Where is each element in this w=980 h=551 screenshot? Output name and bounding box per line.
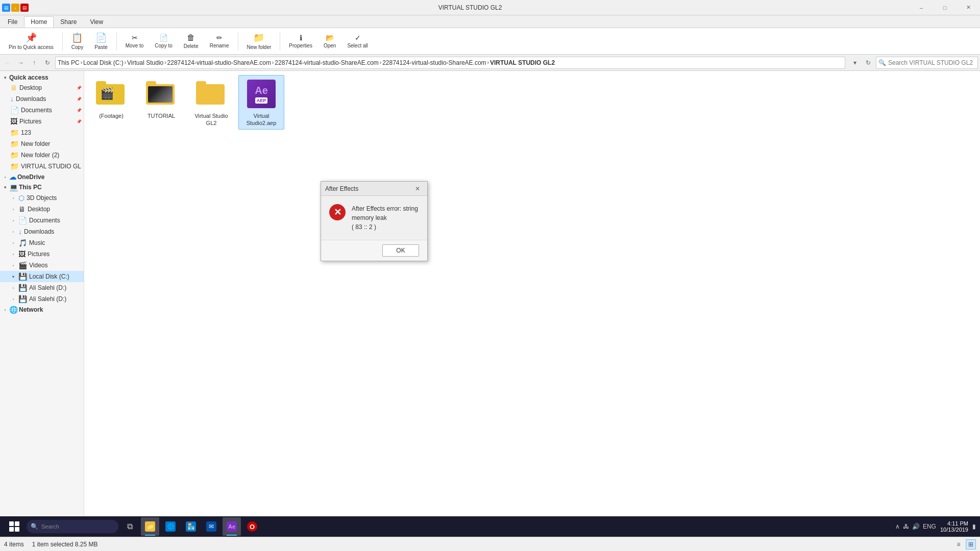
music-expand: › — [10, 241, 16, 245]
ribbon-copy-to-btn[interactable]: 📄 Copy to — [150, 30, 177, 53]
dialog-ok-button[interactable]: OK — [382, 244, 419, 257]
ribbon-select-btn[interactable]: ✓ Select all — [342, 30, 373, 53]
show-desktop-button[interactable]: ▮ — [972, 523, 976, 530]
window-icon-2: ↓ — [11, 4, 19, 12]
sidebar-item-3dobjects[interactable]: › ⬡ 3D Objects — [0, 192, 84, 204]
3dobjects-icon: ⬡ — [18, 194, 24, 202]
address-box[interactable]: This PC › Local Disk (C:) › Virtual Stud… — [55, 57, 845, 69]
pictures-pin-icon: 📌 — [77, 119, 82, 124]
taskbar-app-opera[interactable]: O — [243, 517, 261, 536]
ribbon-paste-btn[interactable]: 📄 Paste — [90, 30, 112, 53]
sidebar-item-desktop-label: Desktop — [19, 84, 42, 91]
clock[interactable]: 4:11 PM 10/13/2019 — [940, 520, 968, 533]
sidebar-item-documents-quick[interactable]: 📄 Documents 📌 — [0, 105, 84, 116]
sidebar-item-ali-d2[interactable]: › 💾 Ali Salehi (D:) — [0, 293, 84, 305]
taskbar-app-ae[interactable]: Ae — [223, 517, 241, 536]
sidebar-item-downloads-quick[interactable]: ↓ Downloads 📌 — [0, 93, 84, 105]
crumb-this-pc[interactable]: This PC — [58, 59, 80, 66]
ribbon-delete-btn[interactable]: 🗑 Delete — [179, 30, 203, 53]
back-button[interactable]: ← — [2, 57, 13, 68]
sidebar-item-ali-d[interactable]: › 💾 Ali Salehi (D:) — [0, 282, 84, 293]
crumb-shareae-1[interactable]: 22874124-virtual-studio-ShareAE.com — [167, 59, 271, 66]
newfolder2-icon: 📁 — [10, 151, 19, 159]
ribbon-open-btn[interactable]: 📂 Open — [319, 30, 340, 53]
sidebar-item-desktop-pc[interactable]: › 🖥 Desktop — [0, 204, 84, 215]
task-view-button[interactable]: ⧉ — [120, 517, 139, 536]
taskbar-search[interactable]: 🔍 Search — [27, 520, 118, 533]
crumb-local-disk[interactable]: Local Disk (C:) — [83, 59, 124, 66]
view-details-button[interactable]: ≡ — [953, 539, 964, 549]
up-button[interactable]: ↑ — [29, 57, 40, 68]
sidebar-item-videos-label: Videos — [29, 262, 47, 269]
file-item-aep[interactable]: Ae AEP Virtual Studio2.aep — [238, 75, 284, 130]
ribbon-move-btn[interactable]: ✂ Move to — [121, 30, 149, 53]
sidebar-item-desktop-quick[interactable]: 🖥 Desktop 📌 — [0, 82, 84, 93]
pictures-pc-expand: › — [10, 252, 16, 257]
ribbon-pin-btn[interactable]: 📌 Pin to Quick access — [4, 30, 58, 53]
ribbon-copy-btn[interactable]: 📋 Copy — [67, 30, 88, 53]
search-box[interactable]: 🔍 — [876, 57, 978, 69]
folder-123-icon: 📁 — [10, 129, 19, 137]
this-pc-header[interactable]: ▾ 💻 This PC — [0, 182, 84, 192]
downloads-pc-expand: › — [10, 230, 16, 234]
onedrive-header[interactable]: › ☁ OneDrive — [0, 172, 84, 182]
sidebar-item-123[interactable]: 📁 123 — [0, 127, 84, 138]
file-item-footage[interactable]: 🎬 (Footage) — [88, 75, 134, 130]
window-icon-1: ▤ — [2, 4, 10, 12]
taskbar-app-mail[interactable]: ✉ — [202, 517, 220, 536]
maximize-button[interactable]: □ — [933, 0, 957, 15]
tray-network-icon[interactable]: 🖧 — [903, 523, 909, 530]
tab-home[interactable]: Home — [24, 16, 54, 28]
tray-language[interactable]: ENG — [923, 523, 936, 530]
address-refresh-button[interactable]: ↻ — [863, 57, 874, 68]
taskbar-search-icon: 🔍 — [31, 523, 38, 530]
dialog-message: After Effects error: string memory leak … — [352, 204, 419, 232]
address-dropdown-button[interactable]: ▾ — [849, 57, 861, 68]
tray-volume-icon[interactable]: 🔊 — [912, 523, 920, 530]
sidebar-item-music[interactable]: › 🎵 Music — [0, 237, 84, 248]
sidebar-item-pictures-quick[interactable]: 🖼 Pictures 📌 — [0, 116, 84, 127]
crumb-shareae-2[interactable]: 22874124-virtual-studio-ShareAE.com — [275, 59, 378, 66]
taskbar-app-store[interactable]: 🏪 — [182, 517, 200, 536]
file-item-tutorial[interactable]: TUTORIAL — [138, 75, 184, 130]
tab-view[interactable]: View — [83, 16, 110, 28]
sidebar-item-pictures-pc[interactable]: › 🖼 Pictures — [0, 248, 84, 260]
start-button[interactable] — [4, 517, 24, 536]
sidebar: ▾ Quick access 🖥 Desktop 📌 ↓ Downloads 📌… — [0, 71, 84, 537]
tab-share[interactable]: Share — [54, 16, 83, 28]
minimize-button[interactable]: – — [910, 0, 933, 15]
search-input[interactable] — [888, 59, 975, 66]
aep-file-icon: Ae AEP — [247, 80, 276, 108]
ribbon-rename-btn[interactable]: ✏ Rename — [205, 30, 234, 53]
tray-up-arrow[interactable]: ∧ — [895, 523, 900, 530]
forward-button[interactable]: → — [15, 57, 27, 68]
sidebar-item-newfolder[interactable]: 📁 New folder — [0, 138, 84, 149]
sidebar-item-documents-pc[interactable]: › 📄 Documents — [0, 215, 84, 226]
taskbar-app-explorer[interactable]: 📁 — [141, 517, 159, 536]
dialog-body: ✕ After Effects error: string memory lea… — [321, 196, 427, 240]
sidebar-item-local-disk[interactable]: ▾ 💾 Local Disk (C:) — [0, 271, 84, 282]
window-title: VIRTUAL STUDIO GL2 — [31, 4, 910, 11]
ribbon-properties-btn[interactable]: ℹ Properties — [284, 30, 317, 53]
status-items-count: 4 items — [4, 541, 24, 548]
sidebar-item-vstudio[interactable]: 📁 VIRTUAL STUDIO GL — [0, 161, 84, 172]
refresh-button[interactable]: ↻ — [42, 57, 53, 68]
file-item-vstudio-gl2[interactable]: Virtual Studio GL2 — [188, 75, 234, 130]
tab-file[interactable]: File — [1, 16, 24, 28]
sidebar-item-downloads-pc[interactable]: › ↓ Downloads — [0, 226, 84, 237]
opera-taskbar-icon: O — [247, 521, 257, 532]
crumb-virtual-studio[interactable]: Virtual Studio — [127, 59, 163, 66]
taskbar-app-edge[interactable]: 🌐 — [161, 517, 180, 536]
sidebar-item-newfolder2[interactable]: 📁 New folder (2) — [0, 149, 84, 161]
dialog-close-button[interactable]: ✕ — [412, 183, 423, 194]
sidebar-item-videos[interactable]: › 🎬 Videos — [0, 260, 84, 271]
close-button[interactable]: ✕ — [957, 0, 980, 15]
ribbon-newfolder-btn[interactable]: 📁 New folder — [242, 30, 276, 53]
downloads-icon: ↓ — [10, 95, 14, 103]
crumb-current[interactable]: VIRTUAL STUDIO GL2 — [490, 59, 555, 66]
view-icons-button[interactable]: ⊞ — [966, 539, 976, 549]
crumb-shareae-3[interactable]: 22874124-virtual-studio-ShareAE.com — [382, 59, 486, 66]
ribbon-tab-strip: File Home Share View — [0, 15, 980, 28]
network-header[interactable]: › 🌐 Network — [0, 305, 84, 315]
quick-access-header[interactable]: ▾ Quick access — [0, 73, 84, 82]
